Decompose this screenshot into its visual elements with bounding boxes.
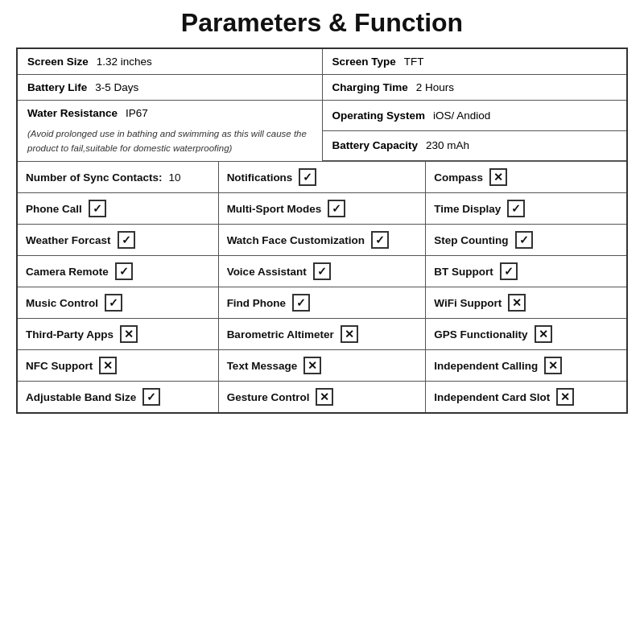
feature-label: Music Control [26,297,98,309]
feature-label: Barometric Altimeter [227,328,334,341]
feature-row-col1: Number of Sync Contacts:10 [17,162,218,193]
check-icon: ✓ [115,262,133,280]
feature-row-col2: Notifications✓ [218,162,426,193]
feature-row-col2: Text Message✕ [218,350,426,382]
feature-label: Independent Calling [434,360,538,372]
screen-size-value: 1.32 inches [97,56,152,68]
check-icon: ✓ [313,262,331,280]
check-icon: ✓ [105,294,122,312]
water-note: (Avoid prolonged use in bathing and swim… [27,129,307,153]
charging-time-value: 2 Hours [416,81,454,93]
feature-label: Time Display [434,203,501,215]
feature-row-col3: Step Counting✓ [426,225,627,256]
feature-label: Text Message [227,360,298,372]
page-title: Parameters & Function [181,8,463,38]
feature-label: Multi-Sport Modes [227,203,322,215]
check-icon: ✓ [142,388,160,406]
feature-row-col3: GPS Functionality✕ [426,319,627,350]
feature-row-col1: Weather Forcast✓ [17,225,218,256]
check-icon: ✕ [303,357,321,374]
battery-capacity-value: 230 mAh [426,139,469,151]
check-icon: ✓ [328,200,345,217]
check-icon: ✕ [120,325,138,343]
feature-label: GPS Functionality [434,328,527,341]
feature-row-col2: Barometric Altimeter✕ [218,319,426,350]
feature-row-col1: Camera Remote✓ [17,256,218,287]
feature-label: Compass [434,171,483,184]
feature-label: NFC Support [26,360,93,372]
feature-row-col3: Time Display✓ [426,193,627,225]
feature-label: WiFi Support [434,297,502,309]
feature-row-col3: Independent Calling✕ [426,350,627,382]
charging-time-label: Charging Time [332,81,408,93]
check-icon: ✕ [489,168,507,186]
feature-label: Weather Forcast [26,234,111,246]
feature-row-col2: Gesture Control✕ [218,382,426,414]
check-icon: ✕ [535,325,552,343]
feature-value: 10 [169,171,181,184]
feature-label: Notifications [227,171,293,184]
screen-type-value: TFT [404,56,424,68]
feature-row-col1: Phone Call✓ [17,193,218,225]
check-icon: ✓ [515,231,533,249]
feature-row-col2: Voice Assistant✓ [218,256,426,287]
feature-row-col3: Independent Card Slot✕ [426,382,627,414]
feature-row-col2: Multi-Sport Modes✓ [218,193,426,225]
feature-row-col1: Music Control✓ [17,287,218,319]
feature-row-col3: WiFi Support✕ [426,287,627,319]
feature-row-col1: Third-Party Apps✕ [17,319,218,350]
check-icon: ✓ [507,200,525,217]
feature-label: Number of Sync Contacts: [26,171,163,184]
feature-row-col2: Watch Face Customization✓ [218,225,426,256]
feature-label: Phone Call [26,203,82,215]
check-icon: ✓ [299,168,316,186]
check-icon: ✓ [292,294,310,312]
check-icon: ✓ [118,231,135,249]
feature-row-col3: Compass✕ [426,162,627,193]
check-icon: ✓ [371,231,389,249]
feature-label: Adjustable Band Size [26,391,136,403]
screen-type-label: Screen Type [332,56,396,68]
feature-row-col1: Adjustable Band Size✓ [17,382,218,414]
feature-row-col1: NFC Support✕ [17,350,218,382]
battery-life-value: 3-5 Days [95,81,138,93]
feature-label: Find Phone [227,297,287,309]
feature-row-col3: BT Support✓ [426,256,627,287]
feature-label: Voice Assistant [227,266,307,278]
check-icon: ✕ [341,325,358,343]
feature-label: Independent Card Slot [434,391,550,403]
operating-system-label: Operating System [332,109,426,122]
check-icon: ✕ [556,388,574,406]
feature-label: Watch Face Customization [227,234,365,246]
feature-label: Step Counting [434,234,508,246]
feature-label: Camera Remote [26,266,109,278]
operating-system-value: iOS/ Andiod [433,109,490,122]
water-resistance-value: IP67 [126,107,148,119]
screen-size-label: Screen Size [27,56,89,68]
check-icon: ✕ [316,388,333,406]
battery-life-label: Battery Life [27,81,87,93]
feature-label: BT Support [434,266,493,278]
water-resistance-label: Water Resistance [27,107,118,119]
feature-label: Gesture Control [227,391,310,403]
check-icon: ✓ [500,262,518,280]
check-icon: ✓ [89,200,106,217]
check-icon: ✕ [544,357,562,374]
check-icon: ✕ [508,294,526,312]
battery-capacity-label: Battery Capacity [332,139,419,151]
feature-row-col2: Find Phone✓ [218,287,426,319]
check-icon: ✕ [99,357,117,374]
feature-label: Third-Party Apps [26,328,114,341]
